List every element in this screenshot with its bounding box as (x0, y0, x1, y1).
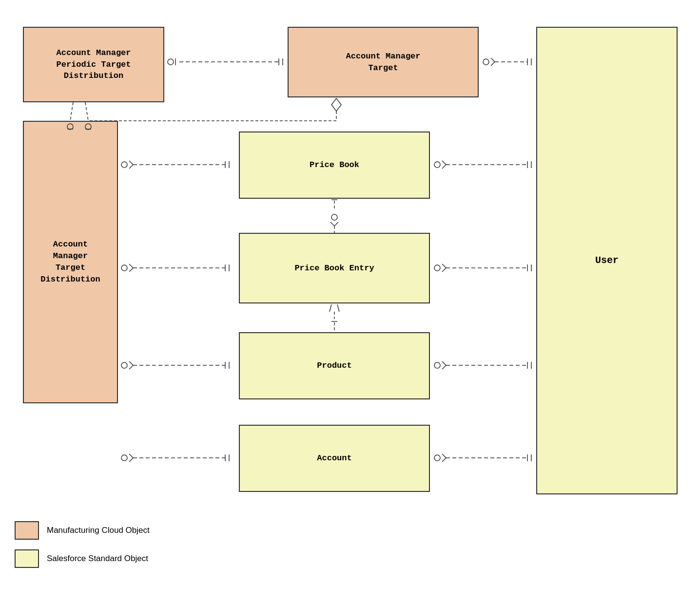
svg-point-31 (331, 214, 337, 220)
legend-label-manufacturing: Manufacturing Cloud Object (47, 526, 150, 535)
legend-item-salesforce: Salesforce Standard Object (15, 549, 150, 568)
svg-line-13 (85, 102, 88, 121)
connector-pbe-user (434, 264, 531, 272)
svg-line-42 (337, 304, 339, 312)
svg-marker-18 (331, 98, 341, 111)
svg-point-46 (121, 362, 127, 368)
connector-amtd-product (121, 361, 229, 369)
svg-point-25 (434, 162, 440, 168)
svg-point-50 (434, 362, 440, 368)
entity-amtd: AccountManagerTargetDistribution (23, 121, 118, 403)
svg-point-58 (434, 455, 440, 461)
svg-point-8 (483, 59, 489, 65)
connector-pricebook-pbe (331, 200, 338, 233)
svg-point-33 (121, 265, 127, 271)
connector-ampd-amt (168, 58, 283, 65)
connector-amtd-pricebook (121, 161, 229, 169)
diagram-container: Account ManagerPeriodic TargetDistributi… (0, 0, 700, 511)
svg-point-37 (434, 265, 440, 271)
connector-pbe-product (330, 304, 339, 332)
connector-pricebook-user (434, 161, 531, 169)
svg-point-54 (121, 455, 127, 461)
entity-pricebook: Price Book (239, 132, 430, 199)
legend-area: Manufacturing Cloud Object Salesforce St… (15, 521, 150, 568)
connector-amtd-pbe (121, 264, 229, 272)
legend-item-manufacturing: Manufacturing Cloud Object (15, 521, 150, 540)
svg-point-21 (121, 162, 127, 168)
svg-line-41 (330, 304, 331, 312)
connector-account-user (434, 454, 531, 462)
entity-pricebookentry: Price Book Entry (239, 233, 430, 303)
entity-product: Product (239, 332, 430, 399)
entity-amt: Account ManagerTarget (288, 27, 479, 97)
entity-user: User (536, 27, 678, 494)
entity-account: Account (239, 425, 430, 492)
connector-amtd-account (121, 454, 229, 462)
entity-ampd: Account ManagerPeriodic TargetDistributi… (23, 27, 164, 102)
legend-swatch-yellow (15, 549, 39, 568)
legend-label-salesforce: Salesforce Standard Object (47, 554, 148, 564)
svg-line-12 (70, 102, 73, 121)
connector-product-user (434, 361, 531, 369)
svg-point-3 (168, 59, 174, 65)
legend-swatch-salmon (15, 521, 39, 540)
connector-amt-user (483, 58, 531, 66)
